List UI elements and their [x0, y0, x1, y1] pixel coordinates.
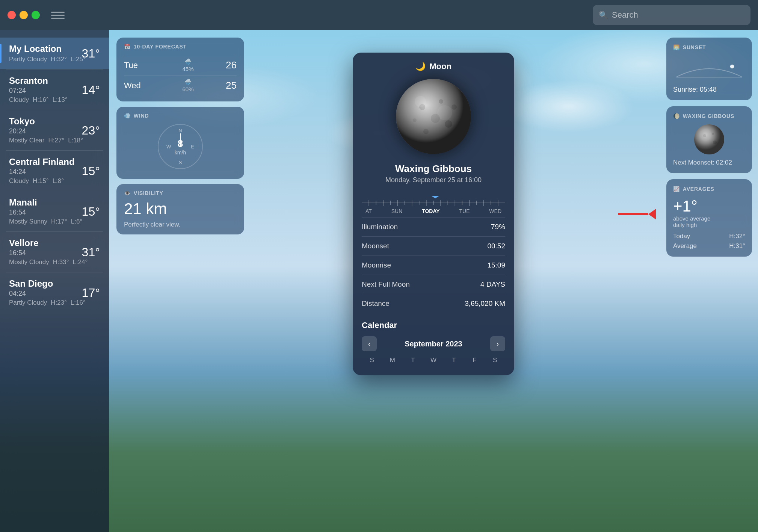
timeline-label-wed: WED: [489, 208, 501, 214]
svg-marker-30: [432, 196, 439, 198]
timeline-label-sun: SUN: [391, 208, 403, 214]
rain-icon: 🌧️: [184, 58, 192, 65]
sidebar-item-tokyo[interactable]: Tokyo 20:24 23° Mostly Clear H:27° L:18°: [0, 110, 109, 150]
location-low: L:13°: [53, 96, 68, 104]
averages-card: 📈 AVERAGES +1° above average daily high …: [666, 179, 752, 257]
detail-row-distance: Distance 3,65,020 KM: [362, 294, 505, 313]
location-high: H:32°: [51, 56, 67, 63]
waxing-title: 🌔 WAXING GIBBOUS: [673, 113, 745, 119]
svg-point-34: [703, 134, 706, 137]
sidebar-item-vellore[interactable]: Vellore 16:54 31° Mostly Cloudy H:33° L:…: [0, 232, 109, 272]
sidebar-toggle[interactable]: [51, 10, 65, 20]
search-bar[interactable]: 🔍 Search: [593, 5, 750, 25]
sidebar-item-my-location[interactable]: My Location 31° Partly Cloudy H:32° L:25…: [0, 38, 109, 69]
moon-title: Moon: [429, 62, 451, 71]
forecast-day: Wed: [124, 81, 150, 91]
sidebar-item-scranton[interactable]: Scranton 07:24 14° Cloudy H:16° L:13°: [0, 70, 109, 110]
location-details: Cloudy H:15° L:8°: [9, 177, 100, 185]
maximize-button[interactable]: [32, 11, 40, 19]
forecast-temp: 25: [226, 80, 237, 91]
location-details: Mostly Cloudy H:33° L:24°: [9, 258, 100, 266]
svg-point-4: [423, 129, 429, 134]
avg-desc-1: above average daily high: [673, 215, 745, 228]
detail-row-illumination: Illumination 79%: [362, 217, 505, 236]
calendar-prev-button[interactable]: ‹: [362, 336, 377, 351]
location-high: H:17°: [51, 218, 67, 225]
next-full-moon-value: 4 DAYS: [480, 280, 505, 289]
day-header-f: F: [464, 357, 485, 364]
sidebar: My Location 31° Partly Cloudy H:32° L:25…: [0, 30, 109, 532]
sunset-icon: 🌅: [673, 44, 680, 50]
calendar-header: ‹ September 2023 ›: [362, 336, 505, 351]
forecast-condition: 🌧️ 60%: [183, 79, 194, 92]
minimize-button[interactable]: [20, 11, 28, 19]
moon-mini-svg: [694, 124, 724, 154]
wind-card: 💨 WIND N S E— —W 8 km/h: [116, 107, 244, 179]
illumination-label: Illumination: [362, 223, 398, 231]
timeline-label-at: AT: [365, 208, 372, 214]
location-condition: Partly Cloudy: [9, 56, 47, 63]
detail-row-moonrise: Moonrise 15:09: [362, 255, 505, 275]
location-low: L:6°: [71, 218, 82, 225]
visibility-value: 21 km: [124, 200, 237, 218]
rain-icon: 🌧️: [184, 79, 192, 85]
moonset-value: 00:52: [487, 242, 505, 250]
moonrise-label: Moonrise: [362, 261, 391, 269]
moon-modal: 🌙 Moon: [353, 53, 514, 375]
svg-point-33: [694, 124, 724, 154]
traffic-lights: [8, 11, 40, 19]
forecast-temp: 26: [226, 59, 237, 71]
moonset-text: Next Moonset: 02:02: [673, 159, 745, 166]
waxing-icon: 🌔: [673, 113, 680, 119]
location-temp: 31°: [82, 245, 100, 259]
forecast-row-tue: Tue 🌧️ 45% 26: [124, 55, 237, 75]
avg-label: Average: [673, 242, 697, 250]
location-high: H:33°: [53, 258, 69, 266]
timeline-label-tue: TUE: [459, 208, 470, 214]
location-high: H:15°: [33, 177, 49, 185]
timeline-label-today: TODAY: [422, 208, 439, 214]
location-details: Partly Cloudy H:23° L:16°: [9, 299, 100, 307]
detail-row-moonset: Moonset 00:52: [362, 236, 505, 255]
compass-west: —W: [162, 144, 171, 150]
location-temp: 23°: [82, 123, 100, 137]
close-button[interactable]: [8, 11, 16, 19]
detail-row-next-full-moon: Next Full Moon 4 DAYS: [362, 275, 505, 294]
search-input[interactable]: Search: [612, 10, 638, 20]
sunrise-text: Sunrise: 05:48: [673, 86, 745, 94]
moon-image: [396, 79, 471, 154]
forecast-row-wed: Wed 🌧️ 60% 25: [124, 75, 237, 95]
sidebar-item-central-finland[interactable]: Central Finland 14:24 15° Cloudy H:15° L…: [0, 151, 109, 191]
compass-south: S: [179, 160, 182, 165]
location-details: Mostly Sunny H:17° L:6°: [9, 218, 100, 225]
calendar-title: Calendar: [362, 320, 505, 330]
calendar-icon: 📅: [124, 44, 131, 50]
calendar-section: Calendar ‹ September 2023 › S M T W T F …: [362, 320, 505, 364]
visibility-title: 👁️ VISIBILITY: [124, 190, 237, 196]
location-low: L:16°: [71, 299, 86, 307]
svg-point-5: [413, 118, 417, 122]
forecast-percent: 60%: [183, 86, 194, 92]
sidebar-item-san-diego[interactable]: San Diego 04:24 17° Partly Cloudy H:23° …: [0, 272, 109, 313]
app-window: 🔍 Search My Location 31° Partly Cloudy H…: [0, 0, 758, 532]
waxing-gibbous-card: 🌔 WAXING GIBBOUS: [666, 106, 752, 173]
location-temp: 15°: [82, 204, 100, 218]
compass-north: N: [178, 128, 182, 133]
moonrise-value: 15:09: [487, 261, 505, 269]
sidebar-item-manali[interactable]: Manali 16:54 15° Mostly Sunny H:17° L:6°: [0, 191, 109, 231]
location-high: H:27°: [48, 137, 64, 144]
location-low: L:8°: [53, 177, 64, 185]
distance-value: 3,65,020 KM: [465, 299, 505, 308]
sunset-arc: [673, 56, 745, 82]
day-header-t2: T: [444, 357, 464, 364]
moon-svg: [396, 79, 471, 154]
svg-point-35: [712, 133, 714, 135]
svg-point-36: [713, 141, 717, 144]
calendar-days-header: S M T W T F S: [362, 357, 505, 364]
calendar-month: September 2023: [405, 340, 462, 348]
eye-icon: 👁️: [124, 190, 131, 196]
day-header-w: W: [423, 357, 444, 364]
calendar-next-button[interactable]: ›: [490, 336, 505, 351]
sunset-title: 🌅 SUNSET: [673, 44, 745, 50]
compass-needle: [180, 133, 181, 147]
